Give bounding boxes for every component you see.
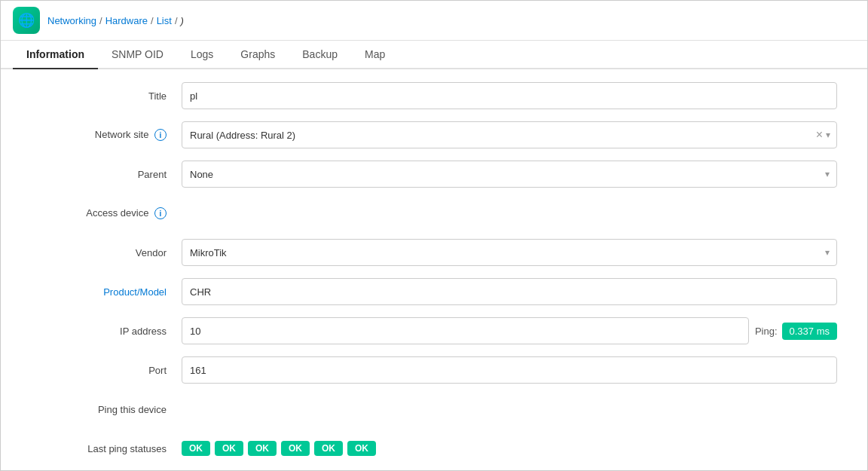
- breadcrumb-sep-1: /: [99, 15, 102, 26]
- breadcrumb-hardware[interactable]: Hardware: [105, 15, 148, 26]
- port-input[interactable]: [182, 356, 837, 384]
- header-bar: 🌐 Networking / Hardware / List / ): [1, 1, 867, 41]
- parent-select[interactable]: None: [182, 161, 837, 188]
- app-icon: 🌐: [13, 7, 40, 34]
- ping-status-badge-1: OK: [215, 441, 243, 456]
- ip-address-label: IP address: [31, 326, 182, 337]
- title-control: [182, 82, 837, 109]
- product-model-input[interactable]: [182, 278, 837, 305]
- parent-select-wrapper: None ▾: [182, 161, 837, 188]
- tabs-bar: Information SNMP OID Logs Graphs Backup …: [1, 41, 867, 69]
- parent-control: None ▾: [182, 161, 837, 188]
- ping-label: Ping:: [755, 326, 778, 337]
- ping-status-badge-0: OK: [182, 441, 210, 456]
- ip-row: Ping: 0.337 ms: [182, 317, 837, 344]
- last-ping-statuses-label: Last ping statuses: [31, 443, 182, 454]
- content-area: Title Network site i Rural (Address: Rur…: [1, 69, 867, 470]
- network-site-control: Rural (Address: Rural 2) × ▾: [182, 121, 837, 148]
- network-site-chevron-icon: ▾: [826, 130, 830, 140]
- last-ping-statuses-control: OK OK OK OK OK OK: [182, 441, 837, 456]
- app-container: 🌐 Networking / Hardware / List / ) Infor…: [0, 0, 868, 471]
- ping-statuses-badges: OK OK OK OK OK OK: [182, 441, 837, 456]
- ping-status-badge-4: OK: [314, 441, 343, 456]
- breadcrumb-networking[interactable]: Networking: [47, 15, 96, 26]
- tab-backup[interactable]: Backup: [289, 41, 351, 69]
- ip-address-control: Ping: 0.337 ms: [182, 317, 837, 344]
- vendor-row: Vendor MikroTik ▾: [31, 238, 837, 267]
- vendor-control: MikroTik ▾: [182, 239, 837, 266]
- network-site-info-icon[interactable]: i: [154, 129, 167, 141]
- ping-device-control: [182, 403, 837, 415]
- access-device-row: Access device i: [31, 199, 837, 228]
- ping-device-label: Ping this device: [31, 404, 182, 415]
- vendor-select-wrapper: MikroTik ▾: [182, 239, 837, 266]
- port-row: Port: [31, 356, 837, 384]
- network-site-select[interactable]: Rural (Address: Rural 2) × ▾: [182, 121, 837, 148]
- ip-address-row: IP address Ping: 0.337 ms: [31, 317, 837, 345]
- parent-label: Parent: [31, 169, 182, 180]
- product-model-label: Product/Model: [31, 286, 182, 298]
- breadcrumb: Networking / Hardware / List / ): [47, 15, 184, 26]
- title-input[interactable]: [182, 82, 837, 109]
- vendor-label: Vendor: [31, 247, 182, 258]
- access-device-control: [182, 207, 837, 219]
- network-site-row: Network site i Rural (Address: Rural 2) …: [31, 121, 837, 149]
- ping-status-badge-2: OK: [248, 441, 277, 456]
- ping-status-badge-3: OK: [281, 441, 310, 456]
- ip-address-input[interactable]: [182, 317, 749, 344]
- access-device-label: Access device i: [31, 207, 182, 220]
- network-site-clear-icon[interactable]: ×: [816, 128, 823, 142]
- port-label: Port: [31, 365, 182, 376]
- tab-map[interactable]: Map: [351, 41, 399, 69]
- breadcrumb-list[interactable]: List: [157, 15, 172, 26]
- port-control: [182, 356, 837, 384]
- last-ping-statuses-row: Last ping statuses OK OK OK OK OK OK: [31, 434, 837, 463]
- ping-status-badge-5: OK: [347, 441, 376, 456]
- product-model-control: [182, 278, 837, 305]
- tab-snmp-oid[interactable]: SNMP OID: [98, 41, 177, 69]
- vendor-select[interactable]: MikroTik: [182, 239, 837, 266]
- access-device-info-icon[interactable]: i: [154, 207, 167, 219]
- network-site-value: Rural (Address: Rural 2): [190, 130, 816, 141]
- title-row: Title: [31, 81, 837, 110]
- ping-value: 0.337 ms: [782, 323, 837, 340]
- breadcrumb-sep-3: /: [175, 15, 178, 26]
- product-model-row: Product/Model: [31, 277, 837, 306]
- ping-device-row: Ping this device: [31, 395, 837, 424]
- breadcrumb-current: ): [181, 15, 184, 26]
- ping-wrapper: Ping: 0.337 ms: [755, 323, 837, 340]
- network-site-label: Network site i: [31, 129, 182, 142]
- tab-logs[interactable]: Logs: [177, 41, 227, 69]
- breadcrumb-sep-2: /: [151, 15, 154, 26]
- tab-graphs[interactable]: Graphs: [227, 41, 289, 69]
- title-label: Title: [31, 90, 182, 102]
- parent-row: Parent None ▾: [31, 160, 837, 188]
- tab-information[interactable]: Information: [13, 41, 98, 69]
